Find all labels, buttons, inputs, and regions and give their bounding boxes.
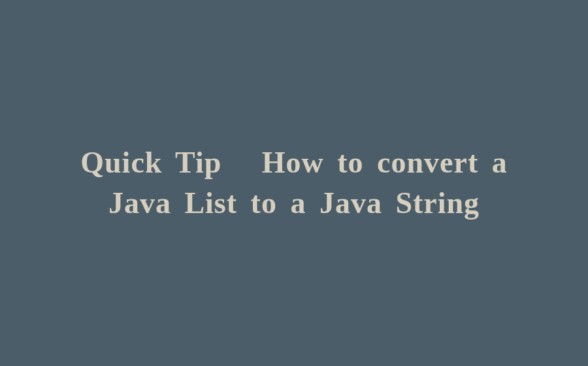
title-text: Quick Tip How to convert a Java List to …	[71, 142, 517, 224]
title-card: Quick Tip How to convert a Java List to …	[71, 142, 517, 224]
